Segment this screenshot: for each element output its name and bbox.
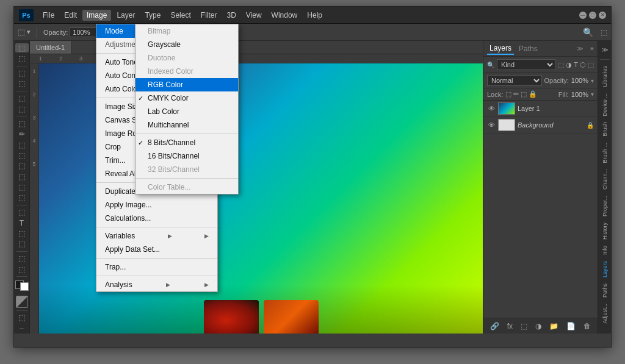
title-bar: Ps File Edit Image Layer Type Select Fil… <box>14 7 611 24</box>
window-controls: — □ ✕ <box>579 12 606 19</box>
menu-apply-image[interactable]: Apply Image... <box>96 198 217 212</box>
mode-grayscale[interactable]: Grayscale <box>135 38 238 51</box>
menu-type[interactable]: Type <box>140 10 165 21</box>
mode-separator-2 <box>135 178 238 179</box>
mode-separator-1 <box>135 134 238 134</box>
menu-help[interactable]: Help <box>303 10 327 21</box>
dropdown-overlay: Mode ▶ Adjustments Auto Tone Shift+Ctrl+… <box>14 24 611 347</box>
menu-apply-data-set[interactable]: Apply Data Set... <box>96 243 217 256</box>
menu-trap[interactable]: Trap... <box>96 260 217 274</box>
app-window: Ps File Edit Image Layer Type Select Fil… <box>13 6 612 348</box>
mode-8bit[interactable]: 8 Bits/Channel <box>135 136 238 149</box>
minimize-button[interactable]: — <box>579 12 587 19</box>
menu-view[interactable]: View <box>242 10 266 21</box>
menu-image[interactable]: Image <box>82 10 111 21</box>
mode-cmyk-color[interactable]: CMYK Color <box>135 91 238 105</box>
mode-lab-color[interactable]: Lab Color <box>135 105 238 118</box>
menu-calculations[interactable]: Calculations... <box>96 212 217 225</box>
mode-32bit[interactable]: 32 Bits/Channel <box>135 163 238 176</box>
menu-analysis[interactable]: Analysis ▶ <box>96 278 217 291</box>
ps-logo: Ps <box>19 9 34 21</box>
menu-layer[interactable]: Layer <box>112 10 139 21</box>
analysis-arrow: ▶ <box>166 282 170 288</box>
variables-arrow: ▶ <box>168 233 172 239</box>
mode-rgb-color[interactable]: RGB Color <box>135 78 238 91</box>
menu-select[interactable]: Select <box>166 10 195 21</box>
menu-edit[interactable]: Edit <box>60 10 81 21</box>
menu-bar: File Edit Image Layer Type Select Filter… <box>38 10 579 21</box>
mode-color-table[interactable]: Color Table... <box>135 180 238 194</box>
mode-bitmap[interactable]: Bitmap <box>135 24 238 38</box>
menu-file[interactable]: File <box>38 10 59 21</box>
menu-filter[interactable]: Filter <box>197 10 222 21</box>
mode-submenu: Bitmap Grayscale Duotone Indexed Color R… <box>135 24 239 194</box>
menu-window[interactable]: Window <box>267 10 302 21</box>
separator-4 <box>96 227 217 227</box>
mode-indexed-color[interactable]: Indexed Color <box>135 65 238 78</box>
menu-3d[interactable]: 3D <box>222 10 240 21</box>
mode-duotone[interactable]: Duotone <box>135 51 238 65</box>
menu-variables[interactable]: Variables ▶ <box>96 229 217 243</box>
mode-multichannel[interactable]: Multichannel <box>135 118 238 132</box>
close-button[interactable]: ✕ <box>599 12 606 19</box>
separator-6 <box>96 276 217 276</box>
mode-16bit[interactable]: 16 Bits/Channel <box>135 149 238 163</box>
maximize-button[interactable]: □ <box>589 12 596 19</box>
separator-5 <box>96 258 217 259</box>
